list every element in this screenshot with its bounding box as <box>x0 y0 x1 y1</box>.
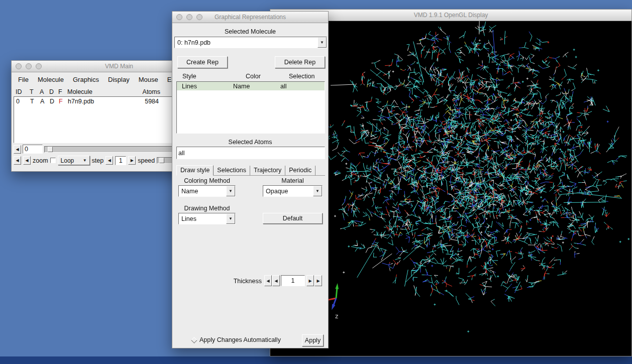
selected-molecule-value: 0: h7n9.pdb <box>177 39 210 46</box>
tab-selections[interactable]: Selections <box>214 166 250 175</box>
material-label: Material <box>263 177 323 184</box>
coloring-method-label: Coloring Method <box>178 177 236 184</box>
apply-auto-checkbox[interactable] <box>191 337 197 343</box>
chevron-down-icon[interactable]: ▼ <box>313 186 322 196</box>
menu-file[interactable]: File <box>14 75 33 84</box>
delete-rep-label: Delete Rep <box>284 59 316 66</box>
zoom-checkbox[interactable] <box>50 158 56 163</box>
tab-trajectory[interactable]: Trajectory <box>250 166 285 175</box>
rep-titlebar[interactable]: Graphical Representations <box>172 12 328 23</box>
zoom-label: zoom <box>33 157 48 164</box>
rewind-icon: ◀ <box>16 147 19 152</box>
close-button[interactable] <box>176 14 182 20</box>
step-entry[interactable] <box>115 156 126 165</box>
cell-atom-count: 5984 <box>129 98 159 105</box>
drawing-method-value: Lines <box>181 215 196 222</box>
create-rep-button[interactable]: Create Rep <box>177 56 228 68</box>
cell-top-flag[interactable]: T <box>30 98 40 105</box>
default-button[interactable]: Default <box>263 213 323 224</box>
loop-value: Loop <box>61 157 74 164</box>
speed-label: speed <box>138 157 155 164</box>
menu-graphics[interactable]: Graphics <box>68 75 103 84</box>
col-atoms: Atoms <box>130 88 160 95</box>
menu-mouse[interactable]: Mouse <box>134 75 163 84</box>
drawing-method-label: Drawing Method <box>178 205 236 212</box>
cell-id: 0 <box>16 98 30 105</box>
selected-molecule-dropdown[interactable]: 0: h7n9.pdb ▼ <box>174 37 327 48</box>
play-reverse-button[interactable]: ◀ <box>14 156 21 165</box>
chevron-down-icon[interactable]: ▼ <box>318 37 327 48</box>
menu-molecule[interactable]: Molecule <box>33 75 68 84</box>
col-molecule: Molecule <box>67 88 130 95</box>
thickness-up-button[interactable]: ▶ <box>306 275 314 286</box>
apply-button[interactable]: Apply <box>302 334 324 346</box>
rep-color: Name <box>233 83 280 90</box>
rep-col-style: Style <box>182 73 196 80</box>
right-arrow-icon: ▶ <box>131 158 134 163</box>
apply-auto-label: Apply Changes Automatically <box>199 336 281 343</box>
col-id: ID <box>16 88 30 95</box>
left-arrow-icon: ◀ <box>108 158 111 163</box>
selected-atoms-label: Selected Atoms <box>172 139 328 146</box>
left-arrow-icon: ◀ <box>16 158 19 163</box>
selected-atoms-input[interactable] <box>176 147 325 159</box>
selected-molecule-label: Selected Molecule <box>172 28 328 35</box>
tab-bar: Draw style Selections Trajectory Periodi… <box>176 165 325 176</box>
rep-list[interactable]: Lines Name all <box>176 81 325 134</box>
zoom-window-button[interactable] <box>36 63 42 69</box>
chevron-down-icon: ▼ <box>83 158 87 163</box>
step-increment-button[interactable]: ▶ <box>128 156 136 165</box>
close-button[interactable] <box>16 63 22 69</box>
speed-slider-handle[interactable] <box>159 158 164 163</box>
minimize-button[interactable] <box>26 63 32 69</box>
cell-molecule-name: h7n9.pdb <box>68 98 129 105</box>
frame-slider-handle[interactable] <box>48 147 53 152</box>
tab-draw-style[interactable]: Draw style <box>176 165 214 176</box>
jump-to-start-button[interactable]: ◀ <box>14 145 21 154</box>
step-label: step <box>92 157 104 164</box>
apply-label: Apply <box>305 337 321 344</box>
drawing-method-dropdown[interactable]: Lines ▼ <box>178 213 236 224</box>
left-arrow-icon: ◀ <box>266 279 269 283</box>
loop-dropdown[interactable]: Loop ▼ <box>58 156 90 165</box>
coloring-method-value: Name <box>181 188 198 195</box>
cell-displayed-flag[interactable]: D <box>50 98 59 105</box>
left-arrow-icon: ◀ <box>25 158 28 163</box>
thickness-down-button[interactable]: ◀ <box>272 275 280 286</box>
window-title: Graphical Representations <box>172 14 328 21</box>
col-fixed: F <box>58 88 67 95</box>
rep-selection: all <box>280 83 325 90</box>
cell-active-flag[interactable]: A <box>40 98 50 105</box>
rep-col-selection: Selection <box>289 73 314 80</box>
frame-entry[interactable] <box>23 145 43 154</box>
rep-row[interactable]: Lines Name all <box>177 82 325 90</box>
menu-display[interactable]: Display <box>103 75 134 84</box>
step-back-button[interactable]: ◀ <box>23 156 31 165</box>
step-decrement-button[interactable]: ◀ <box>106 156 113 165</box>
thickness-down-fast-button[interactable]: ◀ <box>264 275 272 286</box>
material-dropdown[interactable]: Opaque ▼ <box>263 185 323 197</box>
left-arrow-icon: ◀ <box>274 279 277 283</box>
tab-periodic[interactable]: Periodic <box>285 166 315 175</box>
thickness-entry[interactable] <box>281 275 305 286</box>
material-value: Opaque <box>266 188 288 195</box>
default-label: Default <box>283 215 303 222</box>
minimize-button[interactable] <box>186 14 192 20</box>
thickness-label: Thickness <box>218 278 262 285</box>
rep-style: Lines <box>177 83 233 90</box>
chevron-down-icon[interactable]: ▼ <box>226 186 235 196</box>
create-rep-label: Create Rep <box>186 59 219 66</box>
col-active: A <box>40 88 49 95</box>
taskbar <box>0 356 632 364</box>
right-arrow-icon: ▶ <box>317 279 320 283</box>
cell-fixed-flag[interactable]: F <box>59 98 68 105</box>
delete-rep-button[interactable]: Delete Rep <box>275 56 325 68</box>
graphical-representations-window: Graphical Representations Selected Molec… <box>172 11 329 348</box>
right-arrow-icon: ▶ <box>308 279 311 283</box>
thickness-up-fast-button[interactable]: ▶ <box>314 275 322 286</box>
coloring-method-dropdown[interactable]: Name ▼ <box>178 185 236 197</box>
zoom-window-button[interactable] <box>196 14 202 20</box>
col-displayed: D <box>49 88 58 95</box>
chevron-down-icon[interactable]: ▼ <box>226 213 235 224</box>
col-top: T <box>30 88 40 95</box>
